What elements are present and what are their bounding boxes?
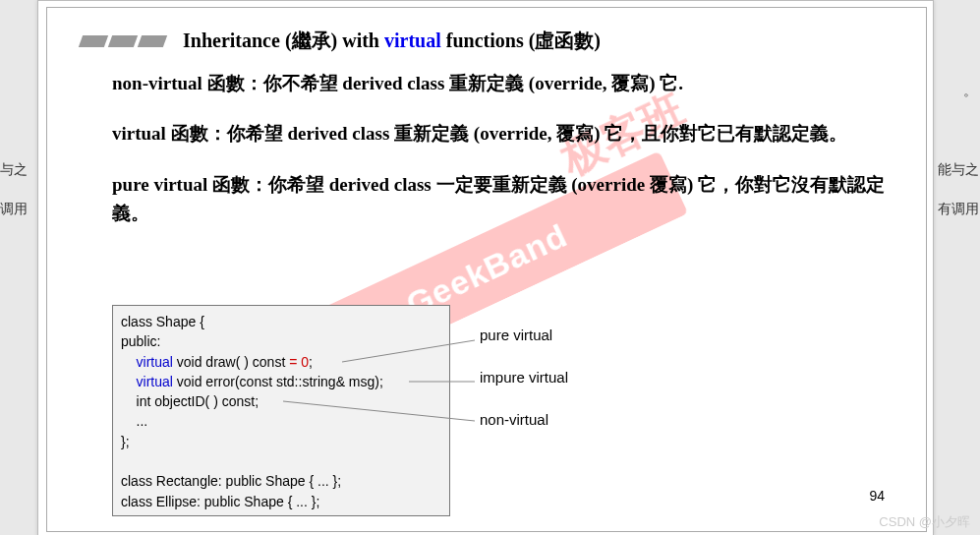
bg-text: 调用 (0, 201, 28, 218)
label-non-virtual: non-virtual (480, 411, 568, 428)
label-impure-virtual: impure virtual (480, 369, 568, 386)
code-block: class Shape { public: virtual void draw(… (112, 305, 450, 516)
code-keyword-virtual: virtual (121, 374, 173, 389)
slide-page: GeekBand 极客班 Inheritance (繼承) with virtu… (46, 7, 927, 532)
bg-text: 有调用 (938, 201, 979, 218)
code-line: public: (121, 333, 160, 349)
slide-heading: Inheritance (繼承) with virtual functions … (183, 28, 601, 54)
bg-text: 能与之 (938, 161, 979, 179)
code-line: class Rectangle: public Shape { ... }; (121, 473, 341, 489)
code-line: ... (121, 413, 147, 429)
code-line: int objectID( ) const; (121, 393, 259, 409)
bg-text: 。 (963, 83, 977, 100)
code-keyword-virtual: virtual (121, 354, 173, 370)
heading-virtual-keyword: virtual (384, 30, 441, 51)
code-line: void error(const std::string& msg); (173, 374, 383, 389)
code-line: ; (309, 354, 313, 370)
page-number: 94 (869, 488, 885, 504)
code-annotations: pure virtual impure virtual non-virtual (480, 327, 568, 453)
heading-row: Inheritance (繼承) with virtual functions … (81, 28, 601, 54)
heading-pre: Inheritance (繼承) with (183, 30, 384, 51)
paragraph-virtual: virtual 函數：你希望 derived class 重新定義 (overr… (112, 119, 887, 148)
code-pure-virtual-zero: = 0 (289, 354, 309, 370)
paragraph-nonvirtual: non-virtual 函數：你不希望 derived class 重新定義 (… (112, 69, 887, 97)
code-line: void draw( ) const (173, 354, 289, 370)
heading-post: functions (虛函數) (441, 30, 601, 51)
heading-bars-icon (81, 35, 165, 47)
label-pure-virtual: pure virtual (480, 327, 568, 343)
slide-container: GeekBand 极客班 Inheritance (繼承) with virtu… (37, 0, 934, 535)
code-line: class Ellipse: public Shape { ... }; (121, 494, 319, 509)
paragraph-pure-virtual: pure virtual 函數：你希望 derived class 一定要重新定… (112, 170, 887, 228)
csdn-watermark: CSDN @小夕晖 (879, 513, 970, 531)
code-line: }; (121, 434, 130, 449)
bg-text: 与之 (0, 161, 28, 179)
code-line: class Shape { (121, 314, 204, 329)
slide-body: non-virtual 函數：你不希望 derived class 重新定義 (… (112, 69, 887, 250)
